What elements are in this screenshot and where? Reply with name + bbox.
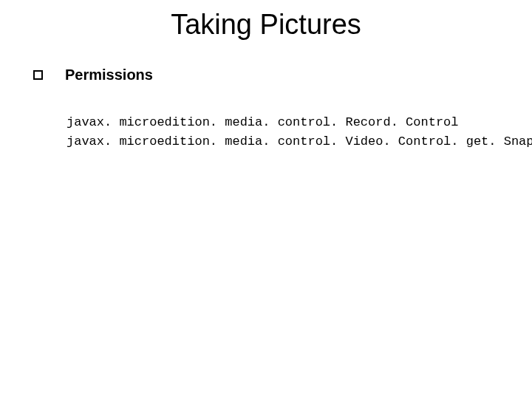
- code-line: javax. microedition. media. control. Rec…: [66, 113, 502, 132]
- bullet-item: Permissions: [33, 66, 502, 83]
- code-block: javax. microedition. media. control. Rec…: [66, 113, 502, 151]
- square-bullet-icon: [33, 70, 43, 80]
- slide-title: Taking Pictures: [30, 9, 502, 41]
- slide-container: Taking Pictures Permissions javax. micro…: [0, 0, 532, 399]
- code-line: javax. microedition. media. control. Vid…: [66, 132, 502, 151]
- bullet-label: Permissions: [65, 66, 153, 83]
